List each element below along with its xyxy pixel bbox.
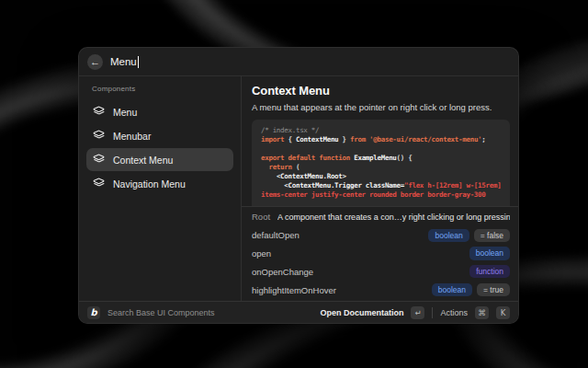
prop-description: A component that creates a con…y right c… (277, 213, 510, 222)
sidebar-item-label: Context Menu (113, 155, 173, 166)
prop-badges: boolean= false (428, 229, 510, 242)
code-line: /* index.tsx */ (261, 126, 501, 135)
code-line: import { ContextMenu } from '@base-ui/re… (261, 135, 501, 144)
layers-icon (93, 178, 105, 190)
prop-row-Root[interactable]: RootA component that creates a con…y rig… (252, 208, 510, 226)
prop-badge-function: function (469, 265, 510, 278)
k-key-badge: K (496, 306, 510, 319)
prop-badges: boolean= true (432, 283, 510, 296)
prop-name: onOpenChange (252, 267, 313, 277)
code-line: return ( (261, 163, 501, 172)
footer-bar: b Search Base UI Components Open Documen… (79, 301, 518, 323)
footer-brand-label: Search Base UI Components (107, 308, 312, 317)
sidebar-item-label: Menu (113, 107, 137, 118)
layers-icon (93, 130, 105, 142)
sidebar-item-menu[interactable]: Menu (86, 100, 233, 123)
cmd-key-badge: ⌘ (475, 306, 489, 319)
back-arrow-icon: ← (90, 57, 100, 67)
prop-name: defaultOpen (252, 230, 300, 240)
code-line: export default function ExampleMenu() { (261, 154, 501, 163)
prop-row-onOpenChange[interactable]: onOpenChangefunction (252, 262, 510, 281)
detail-header: Context Menu A menu that appears at the … (242, 76, 518, 206)
layers-icon (93, 106, 105, 118)
window-body: Components MenuMenubarContext MenuNaviga… (79, 76, 518, 301)
sidebar-item-menubar[interactable]: Menubar (86, 124, 233, 147)
page-title: Context Menu (252, 84, 510, 98)
code-line: <ContextMenu.Trigger className="flex h-[… (261, 181, 501, 190)
search-bar: ← Menu (79, 48, 518, 76)
prop-name: Root (252, 212, 270, 222)
logo-glyph: b (90, 307, 96, 317)
code-line (261, 144, 501, 154)
prop-badge-boolean: boolean (428, 229, 469, 242)
text-caret (138, 56, 139, 68)
prop-name: open (252, 248, 271, 259)
prop-name: highlightItemOnHover (252, 285, 336, 295)
prop-badges: boolean (469, 247, 510, 259)
props-list: RootA component that creates a con…y rig… (242, 206, 518, 301)
prop-badge-true: = true (477, 283, 510, 296)
prop-badge-false: = false (474, 229, 510, 242)
prop-badges: function (469, 265, 510, 278)
sidebar-item-label: Navigation Menu (113, 178, 186, 190)
prop-badge-boolean: boolean (432, 283, 472, 296)
actions-button[interactable]: Actions (440, 308, 468, 317)
code-block: /* index.tsx */import { ContextMenu } fr… (252, 120, 510, 206)
sidebar-list: MenuMenubarContext MenuNavigation Menu (86, 100, 233, 196)
enter-key-badge: ↵ (411, 306, 424, 319)
search-input[interactable]: Menu (110, 56, 139, 68)
sidebar: Components MenuMenubarContext MenuNaviga… (79, 76, 242, 301)
code-line: items-center justify-center rounded bord… (261, 190, 501, 200)
back-button[interactable]: ← (87, 54, 103, 70)
search-value: Menu (110, 56, 137, 67)
sidebar-item-navigation-menu[interactable]: Navigation Menu (86, 172, 233, 195)
component-description: A menu that appears at the pointer on ri… (252, 102, 510, 112)
open-documentation-button[interactable]: Open Documentation (320, 308, 403, 317)
prop-row-defaultOpen[interactable]: defaultOpenboolean= false (252, 226, 510, 245)
prop-badge-boolean: boolean (469, 247, 510, 259)
layers-icon (93, 154, 105, 166)
detail-panel: Context Menu A menu that appears at the … (242, 76, 518, 301)
prop-row-open[interactable]: openboolean (252, 245, 510, 263)
footer-divider (432, 307, 433, 318)
prop-row-highlightItemOnHover[interactable]: highlightItemOnHoverboolean= true (252, 281, 510, 299)
sidebar-item-label: Menubar (113, 131, 151, 142)
base-ui-logo: b (87, 306, 100, 319)
command-palette-window: ← Menu Components MenuMenubarContext Men… (78, 47, 519, 324)
code-line: <ContextMenu.Root> (261, 172, 501, 181)
sidebar-section-label: Components (92, 85, 233, 93)
sidebar-item-context-menu[interactable]: Context Menu (86, 148, 233, 171)
